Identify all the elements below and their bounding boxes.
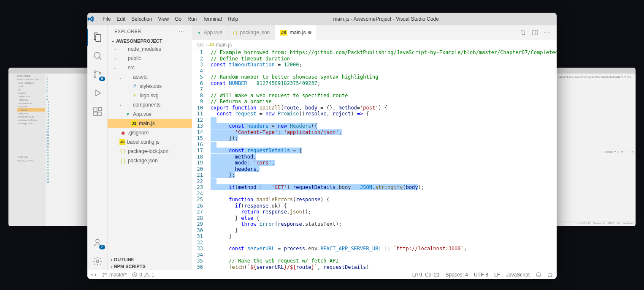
folder-src[interactable]: ⌄src	[108, 63, 192, 72]
code-line[interactable]: ······const requestDetails = {	[208, 148, 557, 154]
more-icon[interactable]: ···	[179, 29, 185, 34]
code-line[interactable]: // Define timeout duration	[208, 56, 557, 62]
tree-item-label: main.js	[139, 120, 155, 126]
code-line[interactable]: }	[208, 227, 557, 234]
breadcrumbs[interactable]: src › JS main.js	[192, 40, 557, 49]
menu-file[interactable]: File	[100, 16, 113, 22]
menu-edit[interactable]: Edit	[114, 16, 128, 22]
more-actions-icon[interactable]: ···	[544, 29, 552, 36]
compare-changes-icon[interactable]	[520, 29, 527, 36]
file-logo-svg[interactable]: ✶logo.svg	[108, 91, 192, 100]
code-line[interactable]	[208, 86, 557, 93]
eol-status[interactable]: LF	[494, 272, 500, 278]
indentation-status[interactable]: Spaces: 4	[446, 272, 468, 278]
folder-node_modules[interactable]: ›node_modules	[108, 44, 192, 54]
svg-point-0	[94, 52, 100, 58]
code-line[interactable]	[208, 117, 557, 123]
code-line[interactable]	[208, 252, 557, 258]
problems-status[interactable]: 0 1	[132, 272, 154, 278]
code-line[interactable]: ········mode: 'cors',	[208, 160, 557, 166]
code-line[interactable]: // Will make a web request to specified …	[208, 93, 557, 99]
menu-selection[interactable]: Selection	[129, 16, 154, 22]
npm-scripts-section[interactable]: ›NPM SCRIPTS	[108, 263, 192, 270]
folder-components[interactable]: ›components	[108, 100, 192, 109]
menu-terminal[interactable]: Terminal	[200, 16, 224, 22]
menu-view[interactable]: View	[155, 16, 171, 22]
explorer-icon[interactable]	[87, 29, 108, 46]
file-package-lock-json[interactable]: { }package-lock.json	[108, 147, 192, 156]
code-line[interactable]	[208, 142, 557, 148]
code-line[interactable]: function handleErrors(response) {	[208, 197, 557, 203]
notifications-icon[interactable]	[547, 272, 553, 278]
file-package-json[interactable]: { }package.json	[108, 156, 192, 165]
extensions-icon[interactable]	[87, 103, 108, 120]
code-line[interactable]	[208, 68, 557, 74]
code-line[interactable]: // Returns a promise	[208, 98, 557, 105]
code-content[interactable]: // Example borrowed from: https://github…	[208, 49, 557, 270]
folder-public[interactable]: ›public	[108, 54, 192, 63]
tab-main-js[interactable]: JSmain.js	[275, 25, 317, 40]
code-line[interactable]: // Example borrowed from: https://github…	[208, 49, 557, 56]
code-line[interactable]	[208, 191, 557, 197]
code-line[interactable]: }	[208, 233, 557, 240]
outline-section[interactable]: ›OUTLINE	[108, 256, 192, 263]
title-bar: FileEditSelectionViewGoRunTerminalHelp m…	[87, 13, 557, 25]
json-icon: { }	[119, 158, 126, 164]
code-line[interactable]: ········'Content-Type': 'application/jso…	[208, 129, 557, 136]
code-line[interactable]: ········method,	[208, 154, 557, 160]
encoding-status[interactable]: UTF-8	[474, 272, 488, 278]
code-line[interactable]: ······};	[208, 172, 557, 178]
remote-icon[interactable]	[91, 272, 97, 278]
code-line[interactable]: ······});	[208, 135, 557, 142]
code-line[interactable]: ········headers,	[208, 166, 557, 172]
svg-point-2	[94, 76, 96, 78]
code-line[interactable]: fetch(`${serverURL}/${route}`, requestDe…	[208, 264, 557, 270]
feedback-icon[interactable]	[536, 272, 541, 278]
svg-point-9	[96, 260, 99, 263]
branch-status[interactable]: master*	[102, 272, 127, 278]
split-editor-icon[interactable]	[532, 29, 538, 36]
code-line[interactable]: ······if(method !== 'GET') requestDetail…	[208, 184, 557, 191]
file--gitignore[interactable]: ◆.gitignore	[108, 128, 192, 137]
code-line[interactable]: const serverURL = process.env.REACT_APP_…	[208, 246, 557, 252]
file-App-vue[interactable]: ▼App.vue	[108, 109, 192, 119]
dirty-indicator-icon	[308, 31, 311, 34]
file-styles-css[interactable]: #styles.css	[108, 82, 192, 91]
code-line[interactable]: const NUMBER = 81274509182375409237;	[208, 80, 557, 87]
svg-point-1	[94, 71, 96, 73]
code-line[interactable]	[208, 240, 557, 246]
project-section[interactable]: ⌄AWESOMEPROJECT	[108, 37, 192, 44]
tab-package-json[interactable]: { }package.json	[228, 25, 275, 40]
menu-help[interactable]: Help	[225, 16, 241, 22]
tree-item-label: babel.config.js	[127, 139, 160, 145]
scm-icon[interactable]: 6	[87, 66, 108, 83]
tab-App-vue[interactable]: ▼App.vue	[192, 25, 228, 40]
code-line[interactable]: ······const headers = new Headers({	[208, 123, 557, 129]
settings-gear-icon[interactable]	[87, 253, 108, 270]
debug-icon[interactable]	[87, 85, 108, 101]
vue-icon: ▼	[124, 111, 131, 117]
code-line[interactable]: const request = new Promise((resolve, re…	[208, 111, 557, 117]
language-mode[interactable]: JavaScript	[506, 272, 530, 278]
code-line[interactable]: if(response.ok) {	[208, 203, 557, 209]
explorer-sidebar: EXPLORER ··· ⌄AWESOMEPROJECT ›node_modul…	[108, 25, 192, 270]
menu-run[interactable]: Run	[185, 16, 199, 22]
menu-go[interactable]: Go	[172, 16, 184, 22]
code-line[interactable]: export function apiCall(route, body = {}…	[208, 105, 557, 111]
file-main-js[interactable]: JSmain.js	[108, 119, 192, 128]
file-babel-config-js[interactable]: JSbabel.config.js	[108, 137, 192, 147]
js-icon: JS	[119, 139, 125, 145]
code-line[interactable]: throw Error(response.statusText);	[208, 221, 557, 227]
code-line[interactable]: return response.json();	[208, 209, 557, 215]
code-line[interactable]: // Random number to better showcase synt…	[208, 74, 557, 80]
cursor-position[interactable]: Ln 9, Col 21	[412, 272, 440, 278]
code-line[interactable]: } else {	[208, 215, 557, 222]
code-line[interactable]	[208, 178, 557, 185]
search-icon[interactable]	[87, 47, 108, 64]
account-icon[interactable]: 2	[87, 234, 108, 251]
folder-assets[interactable]: ⌄assets	[108, 72, 192, 82]
code-line[interactable]: // Make the web request w/ fetch API	[208, 258, 557, 264]
vscode-window: FileEditSelectionViewGoRunTerminalHelp m…	[87, 13, 557, 279]
tree-item-label: App.vue	[133, 111, 152, 117]
code-line[interactable]: const timeoutDuration = 12000;	[208, 62, 557, 68]
